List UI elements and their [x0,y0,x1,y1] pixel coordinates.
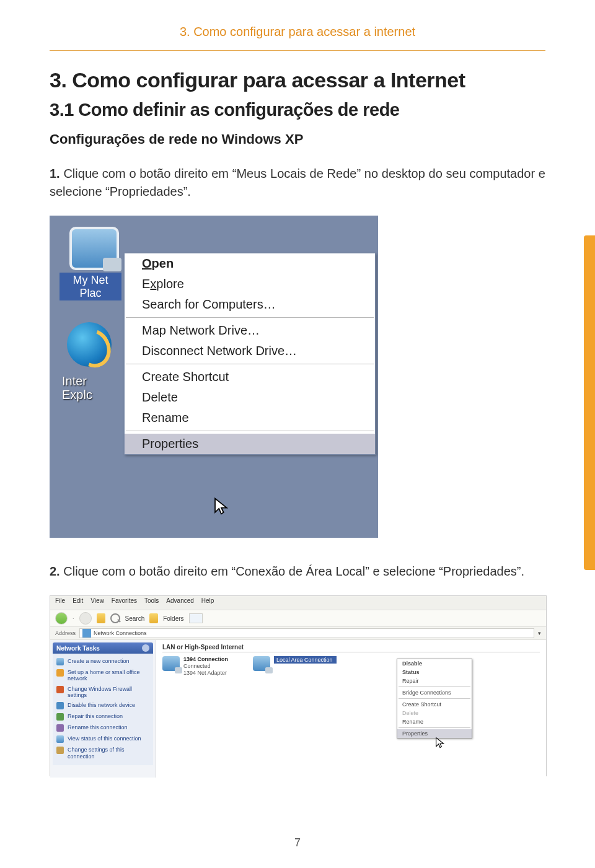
up-folder-icon[interactable] [97,613,105,623]
task-change-settings[interactable]: Change settings of this connection [55,745,151,761]
repair-icon [56,713,64,721]
settings-icon [56,747,64,754]
task-setup-network[interactable]: Set up a home or small office network [55,667,151,684]
menu-disconnect-network-drive[interactable]: Disconnect Network Drive… [125,341,375,361]
forward-button[interactable] [79,612,92,625]
search-label: Search [125,615,145,622]
address-value: Network Connections [94,630,147,636]
menu-help[interactable]: Help [201,597,214,608]
disable-icon [56,702,64,709]
heading-2: 3.1 Como definir as configurações de red… [50,100,545,120]
address-icon [82,629,91,638]
back-label: · [73,615,74,621]
folders-label: Folders [163,615,183,622]
menu-favorites[interactable]: Favorites [112,597,137,608]
task-rename[interactable]: Rename this connection [55,722,151,734]
ctx2-properties[interactable]: Properties [397,729,472,738]
ctx2-delete: Delete [397,709,472,717]
connection-1394[interactable]: 1394 Connection Connected 1394 Net Adapt… [162,656,228,676]
my-network-places-label: My NetPlac [60,273,121,300]
ctx2-repair[interactable]: Repair [397,677,472,685]
address-bar: Address Network Connections ▾ [50,627,546,640]
conn1-name: 1394 Connection [183,656,228,662]
rename-icon [56,724,64,732]
ctx2-status[interactable]: Status [397,668,472,677]
connections-pane: LAN or High-Speed Internet 1394 Connecti… [156,640,546,778]
menu-create-shortcut[interactable]: Create Shortcut [125,367,375,387]
internet-explorer-icon[interactable] [67,322,112,367]
my-network-places-icon[interactable] [69,227,119,270]
task-firewall[interactable]: Change Windows Firewall settings [55,684,151,701]
task-view-status[interactable]: View status of this connection [55,734,151,745]
ctx2-bridge[interactable]: Bridge Connections [397,688,472,697]
tasks-pane: Network Tasks Create a new connection Se… [50,640,156,778]
step-2-number: 2. [50,564,60,578]
step-1-number: 1. [50,167,60,180]
tasks-header[interactable]: Network Tasks [53,642,153,654]
status-icon [56,735,64,743]
ctx2-separator [399,727,470,728]
collapse-icon[interactable] [142,644,149,652]
screenshot-network-connections-window: File Edit View Favorites Tools Advanced … [50,595,547,776]
ctx2-disable[interactable]: Disable [397,659,472,668]
address-field[interactable]: Network Connections [79,628,534,638]
step-1-text: Clique com o botão direito em “Meus Loca… [50,167,545,198]
menu-search-computers[interactable]: Search for Computers… [125,294,375,315]
search-icon[interactable] [110,613,120,623]
conn2-name: Local Area Connection [274,656,337,664]
ctx2-separator [399,698,470,699]
step-2: 2. Clique com o botão direito em “Conexã… [50,563,545,581]
back-button[interactable] [55,612,68,625]
menu-separator [126,364,374,364]
ctx2-rename[interactable]: Rename [397,717,472,726]
menu-tools[interactable]: Tools [144,597,159,608]
step-2-text: Clique com o botão direito em “Conexão d… [60,564,524,578]
context-menu: Open Explore Search for Computers… Map N… [124,253,376,455]
context-menu-2: Disable Status Repair Bridge Connections… [397,659,472,739]
connection-icon [162,656,180,671]
address-label: Address [55,630,76,636]
page-number: 7 [0,836,595,849]
heading-1: 3. Como configurar para acessar a Intern… [50,68,545,92]
menu-open[interactable]: Open [125,253,375,274]
section-header: LAN or High-Speed Internet [162,644,540,652]
task-create-connection[interactable]: Create a new connection [55,656,151,667]
menu-properties[interactable]: Properties [125,434,375,454]
cursor-icon [435,737,445,748]
side-tab [584,235,595,570]
cursor-icon [213,497,229,515]
home-network-icon [56,669,64,677]
menu-view[interactable]: View [90,597,104,608]
connection-icon [253,656,270,671]
menu-delete[interactable]: Delete [125,387,375,408]
menu-explore[interactable]: Explore [125,274,375,294]
menu-bar: File Edit View Favorites Tools Advanced … [50,596,546,610]
menu-file[interactable]: File [55,597,65,608]
toolbar: · Search Folders [50,610,546,627]
menu-map-network-drive[interactable]: Map Network Drive… [125,320,375,341]
menu-edit[interactable]: Edit [73,597,83,608]
task-repair[interactable]: Repair this connection [55,711,151,722]
conn1-status: Connected [183,663,211,669]
menu-separator [126,317,374,318]
menu-rename[interactable]: Rename [125,408,375,428]
heading-3: Configurações de rede no Windows XP [50,131,545,147]
conn1-adapter: 1394 Net Adapter [183,670,227,676]
connection-local-area[interactable]: Local Area Connection [253,656,337,671]
menu-advanced[interactable]: Advanced [166,597,193,608]
views-button[interactable] [189,613,203,623]
new-connection-icon [56,658,64,665]
internet-explorer-label: InterExplc [62,374,118,401]
running-head: 3. Como configurar para acessar a intern… [50,25,545,51]
step-1: 1. Clique com o botão direito em “Meus L… [50,165,545,201]
menu-separator [126,431,374,431]
task-disable-device[interactable]: Disable this network device [55,700,151,711]
ctx2-separator [399,686,470,687]
firewall-icon [56,686,64,693]
ctx2-shortcut[interactable]: Create Shortcut [397,700,472,709]
go-dropdown[interactable]: ▾ [538,630,541,636]
folders-icon[interactable] [149,613,158,623]
screenshot-desktop-context-menu: My NetPlac InterExplc Open Explore Searc… [50,216,378,538]
